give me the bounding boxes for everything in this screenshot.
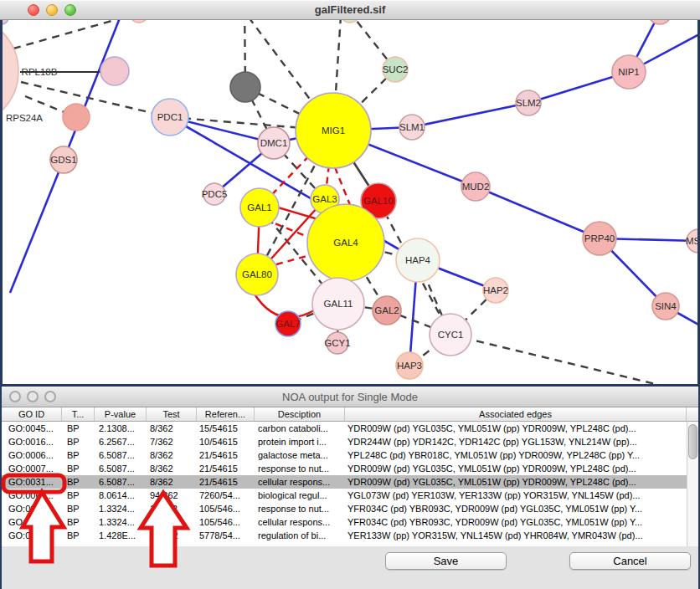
column-header-associated_edges[interactable]: Associated edges [345, 407, 687, 421]
node-label-PRP40: PRP40 [584, 233, 615, 243]
node-big-left[interactable] [0, 20, 18, 126]
node-label-SUC2: SUC2 [383, 64, 409, 74]
cell-test: 80/362 [147, 529, 197, 542]
node-RPL18B[interactable] [100, 57, 129, 85]
cell-test: 8/362 [147, 422, 197, 435]
node-top-pink[interactable] [130, 20, 148, 23]
cell-associated_edges: YDR009W (pd) YGL035C, YML051W (pp) YDR00… [345, 462, 687, 475]
cell-reference: 105/546... [197, 502, 255, 515]
table-row-8[interactable]: GO:0050...BP1.428E...80/3625778/54...reg… [2, 529, 687, 542]
node-label-SIN4: SIN4 [655, 301, 677, 311]
node-label-DMC1: DMC1 [260, 138, 288, 148]
cell-go_id: GO:0050... [2, 529, 62, 542]
column-header-p_value[interactable]: P-value [95, 407, 147, 421]
node-label-MUD2: MUD2 [462, 182, 490, 192]
table-row-7[interactable]: GO:0031...BP1.3324...11/362105/546...cel… [2, 515, 687, 529]
cell-associated_edges: YFR034C (pd) YBR093C, YDR009W (pd) YGL03… [345, 515, 687, 529]
node-pink-tr[interactable] [648, 20, 672, 24]
edge-7 [412, 103, 528, 127]
cell-type: BP [62, 448, 95, 462]
scrollbar-thumb[interactable] [688, 424, 697, 459]
cell-description: response to nut... [255, 502, 345, 515]
cell-description: cellular respons... [255, 515, 345, 529]
table-row-4[interactable]: GO:0031...BP6.5087...8/36221/54615cellul… [2, 475, 687, 489]
cell-associated_edges: YDR244W (pp) YDR142C, YDR142C (pp) YGL15… [345, 435, 687, 448]
column-header-test[interactable]: Test [147, 407, 197, 421]
cell-go_id: GO:0006... [2, 448, 62, 462]
network-canvas[interactable]: RPL18BRPS24AGDS1PDC1DMC1MIG1SUC2SLM1SLM2… [0, 20, 700, 384]
cell-p_value: 2.1308... [95, 422, 147, 435]
node-label-CYC1: CYC1 [438, 330, 464, 340]
edge-37 [450, 335, 687, 384]
node-label-HAP2: HAP2 [483, 285, 508, 295]
network-window: galFiltered.sif RPL18BRPS24AGDS1PDC1DMC1… [0, 0, 700, 384]
table-row-5[interactable]: GO:0065...BP8.0614...94/3627260/54...bio… [2, 489, 687, 502]
cell-description: cellular respons... [255, 475, 345, 489]
table-row-0[interactable]: GO:0045...BP2.1308...8/36215/54615carbon… [2, 422, 687, 435]
cell-reference: 7260/54... [197, 489, 255, 502]
edge-53 [276, 254, 313, 264]
table-header: GO IDT...P-valueTestReferen...Desciption… [2, 407, 698, 422]
table-scrollbar[interactable] [687, 422, 698, 546]
cell-p_value: 6.5087... [95, 462, 147, 475]
cell-associated_edges: YDR009W (pd) YGL035C, YML051W (pp) YDR00… [345, 422, 687, 435]
cell-description: protein import i... [255, 435, 345, 448]
cell-go_id: GO:0007... [2, 462, 62, 475]
cell-associated_edges: YER133W (pp) YOR315W, YNL145W (pd) YHR08… [345, 529, 687, 542]
cell-reference: 21/54615 [197, 475, 255, 489]
cell-reference: 21/54615 [197, 448, 255, 462]
node-label-SLM2: SLM2 [516, 98, 541, 108]
cell-description: response to nut... [255, 462, 345, 475]
node-RPS24A[interactable] [63, 104, 90, 131]
cell-go_id: GO:0031... [2, 502, 62, 515]
cell-test: 94/362 [147, 489, 197, 502]
cell-description: galactose meta... [255, 448, 345, 462]
canvas-left-border [0, 20, 3, 384]
cell-go_id: GO:0045... [2, 422, 62, 435]
noa-window: NOA output for Single Mode GO IDT...P-va… [0, 387, 700, 589]
node-label-GAL4: GAL4 [333, 238, 358, 248]
cell-test: 11/362 [147, 515, 197, 529]
edge-18 [21, 82, 170, 117]
cell-reference: 105/546... [197, 515, 255, 529]
cell-type: BP [62, 529, 95, 542]
cell-reference: 5778/54... [197, 529, 255, 542]
network-window-title: galFiltered.sif [0, 0, 700, 20]
node-label-GAL1: GAL1 [247, 202, 271, 213]
node-label-SLM1: SLM1 [399, 122, 425, 132]
node-label-HAP4: HAP4 [405, 255, 431, 265]
table-row-3[interactable]: GO:0007...BP6.5087...8/36221/54615respon… [2, 462, 687, 475]
cell-reference: 10/54615 [197, 435, 255, 448]
cell-description: biological regul... [255, 489, 345, 502]
table-row-2[interactable]: GO:0006...BP6.5087...8/36221/54615galact… [2, 448, 687, 462]
edge-1 [10, 160, 64, 293]
edge-20 [13, 20, 174, 49]
save-button[interactable]: Save [385, 552, 507, 570]
cell-p_value: 1.3324... [95, 515, 147, 529]
cell-type: BP [62, 475, 95, 489]
cell-description: carbon cataboli... [255, 422, 345, 435]
column-header-description[interactable]: Desciption [255, 407, 345, 421]
noa-window-titlebar[interactable]: NOA output for Single Mode [2, 387, 698, 407]
table-row-6[interactable]: GO:0031...BP1.3324...11/362105/546...res… [2, 502, 687, 515]
table-row-1[interactable]: GO:0016...BP6.2567...7/36210/54615protei… [2, 435, 687, 448]
network-window-titlebar[interactable]: galFiltered.sif [0, 0, 700, 20]
button-bar: Save Cancel [2, 546, 698, 589]
node-label-GAL2: GAL2 [374, 305, 399, 315]
cancel-button[interactable]: Cancel [569, 552, 691, 570]
cell-test: 8/362 [147, 462, 197, 475]
column-header-reference[interactable]: Referen... [197, 407, 255, 421]
cell-type: BP [62, 515, 95, 529]
cell-reference: 21/54615 [197, 462, 255, 475]
node-gray-node[interactable] [230, 72, 260, 102]
cell-description: regulation of bi... [255, 529, 345, 542]
cell-go_id: GO:0031... [2, 515, 62, 529]
cell-type: BP [62, 502, 95, 515]
node-label-PDC1: PDC1 [157, 112, 183, 122]
node-label-GAL7: GAL7 [275, 319, 300, 329]
edge-12 [476, 187, 600, 238]
cell-p_value: 1.428E... [95, 529, 147, 542]
node-label-GDS1: GDS1 [50, 155, 76, 165]
column-header-type[interactable]: T... [62, 407, 95, 421]
column-header-go_id[interactable]: GO ID [2, 407, 62, 421]
